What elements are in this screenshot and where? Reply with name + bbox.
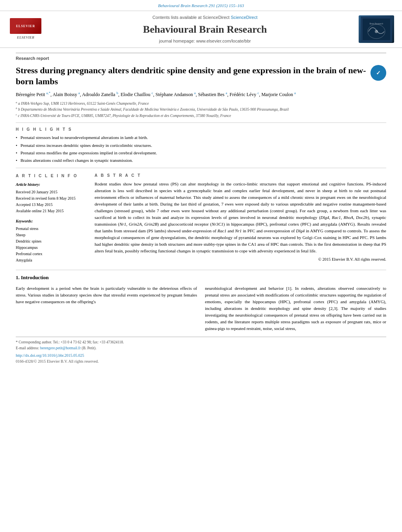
journal-title: Behavioural Brain Research bbox=[51, 22, 359, 37]
article-info-abstract: A R T I C L E I N F O Article history: R… bbox=[16, 173, 386, 263]
svg-point-4 bbox=[375, 30, 378, 33]
intro-col-right: neurobiological development and behavior… bbox=[205, 285, 386, 332]
affiliation-b: b b Departamento de Medicina Veterinária… bbox=[16, 106, 386, 112]
elsevier-label: ELSEVIER bbox=[17, 35, 34, 40]
journal-cover-image: Brain Research bbox=[359, 15, 394, 43]
svg-rect-1 bbox=[363, 19, 390, 40]
accepted-date: Accepted 13 May 2015 bbox=[16, 202, 87, 208]
keywords-section: Keywords: Prenatal stress Sheep Dendriti… bbox=[16, 218, 87, 263]
keyword-2: Sheep bbox=[16, 232, 87, 238]
highlights-header: H I G H L I G H T S bbox=[16, 127, 386, 132]
svg-text:✓: ✓ bbox=[376, 70, 381, 76]
abstract-header: A B S T R A C T bbox=[95, 173, 386, 178]
journal-homepage: journal homepage: www.elsevier.com/locat… bbox=[51, 38, 359, 44]
page-container: Behavioural Brain Research 291 (2015) 15… bbox=[0, 0, 402, 532]
keyword-3: Dendritic spines bbox=[16, 238, 87, 245]
highlights-section: H I G H L I G H T S Prenatal stressors l… bbox=[16, 127, 386, 164]
authors: Bérengère Petit a,*, Alain Boissy a, Adr… bbox=[16, 91, 386, 98]
affiliations: a a INRA-VetAgro Sup, UMR 1213 Herbivore… bbox=[16, 100, 386, 119]
article-title-section: Stress during pregnancy alters dendritic… bbox=[16, 65, 386, 87]
intro-text-left: Early development is a period when the b… bbox=[16, 285, 197, 305]
affiliation-c: c c INRA-CNRS-Université de Tours-IFCE, … bbox=[16, 113, 386, 119]
email-link[interactable]: berengere.petit@hotmail.fr bbox=[40, 346, 81, 350]
intro-title: 1. Introduction bbox=[16, 274, 386, 281]
intro-body: Early development is a period when the b… bbox=[16, 285, 386, 332]
elsevier-logo-box: ELSEVIER bbox=[10, 18, 41, 34]
journal-ref: Behavioural Brain Research 291 (2015) 15… bbox=[158, 3, 244, 8]
abstract-col: A B S T R A C T Rodent studies show how … bbox=[95, 173, 386, 263]
keywords-label: Keywords: bbox=[16, 218, 87, 224]
sciencedirect-brand[interactable]: ScienceDirect bbox=[231, 15, 257, 20]
doi-link[interactable]: http://dx.doi.org/10.1016/j.bbr.2015.05.… bbox=[16, 352, 386, 358]
article-info-col: A R T I C L E I N F O Article history: R… bbox=[16, 173, 87, 263]
keyword-5: Prefrontal cortex bbox=[16, 251, 87, 257]
article-info-header: A R T I C L E I N F O bbox=[16, 173, 87, 179]
divider-1 bbox=[16, 122, 386, 123]
article-title: Stress during pregnancy alters dendritic… bbox=[16, 65, 367, 87]
intro-text-right: neurobiological development and behavior… bbox=[205, 285, 386, 332]
crossmark-badge[interactable]: ✓ bbox=[370, 65, 386, 81]
divider-2 bbox=[16, 168, 386, 168]
highlight-item-2: Prenatal stress increases dendritic spin… bbox=[16, 143, 386, 148]
header-center: Contents lists available at ScienceDirec… bbox=[51, 14, 359, 44]
abstract-copyright: © 2015 Elsevier B.V. All rights reserved… bbox=[95, 257, 386, 263]
introduction-section: 1. Introduction Early development is a p… bbox=[16, 270, 386, 332]
top-bar: Behavioural Brain Research 291 (2015) 15… bbox=[0, 0, 402, 11]
footnote-section: * Corresponding author. Tel.: +33 0 4 73… bbox=[16, 337, 386, 364]
article-history-label: Article history: bbox=[16, 182, 87, 188]
abstract-text: Rodent studies show how prenatal stress … bbox=[95, 181, 386, 255]
header-section: ELSEVIER ELSEVIER Contents lists availab… bbox=[0, 11, 402, 48]
corresponding-author-note: * Corresponding author. Tel.: +33 0 4 73… bbox=[16, 339, 386, 345]
article-info-section: A R T I C L E I N F O Article history: R… bbox=[16, 173, 87, 263]
affiliation-a: a a INRA-VetAgro Sup, UMR 1213 Herbivore… bbox=[16, 100, 386, 106]
keyword-1: Prenatal stress bbox=[16, 226, 87, 232]
highlight-item-1: Prenatal stressors lead to neurodevelopm… bbox=[16, 135, 386, 141]
elsevier-logo: ELSEVIER ELSEVIER bbox=[8, 17, 43, 41]
section-type-label: Research report bbox=[16, 53, 386, 61]
issn-line: 0166-4328/© 2015 Elsevier B.V. All right… bbox=[16, 358, 386, 364]
revised-date: Received in revised form 8 May 2015 bbox=[16, 195, 87, 202]
keyword-4: Hippocampus bbox=[16, 245, 87, 251]
main-content: Research report Stress during pregnancy … bbox=[0, 48, 402, 372]
abstract-section: A B S T R A C T Rodent studies show how … bbox=[95, 173, 386, 263]
highlight-item-3: Prenatal stress modifies the gene expres… bbox=[16, 150, 386, 156]
highlight-item-4: Brains alterations could reflect changes… bbox=[16, 158, 386, 163]
keyword-6: Amygdala bbox=[16, 257, 87, 263]
received-date: Received 20 January 2015 bbox=[16, 189, 87, 195]
available-date: Available online 21 May 2015 bbox=[16, 208, 87, 214]
sciencedirect-link[interactable]: Contents lists available at ScienceDirec… bbox=[51, 14, 359, 21]
intro-col-left: Early development is a period when the b… bbox=[16, 285, 197, 332]
email-note: E-mail address: berengere.petit@hotmail.… bbox=[16, 345, 386, 351]
elsevier-logo-text: ELSEVIER bbox=[16, 24, 35, 28]
